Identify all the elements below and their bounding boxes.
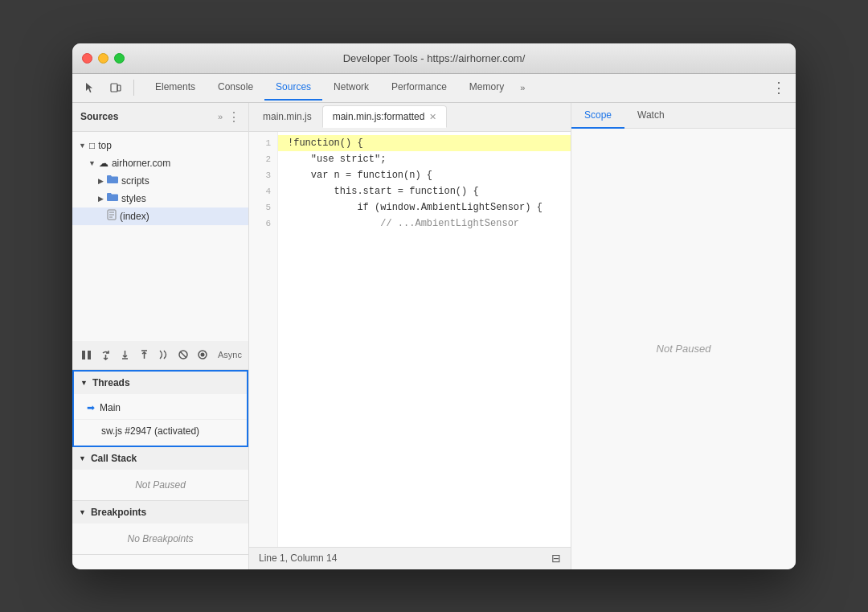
line-num-6: 6 [249,216,277,232]
sidebar-header: Sources » ⋮ [72,103,248,132]
folder-icon-styles [107,192,118,204]
debugger-toolbar: Async [72,341,248,370]
main-layout: Sources » ⋮ ▼ □ top ▼ ☁ airhorner.com [72,103,796,569]
tree-item-top[interactable]: ▼ □ top [72,137,248,154]
tree-label-scripts: scripts [121,175,149,187]
code-tab-close-icon[interactable]: ✕ [429,112,436,122]
step-into-button[interactable] [117,345,132,364]
devtools-tabs: Elements Console Sources Network Perform… [141,75,533,101]
status-bar: Line 1, Column 14 ⊟ [249,547,571,569]
tree-item-airhorner[interactable]: ▼ ☁ airhorner.com [72,154,248,172]
file-tree: ▼ □ top ▼ ☁ airhorner.com ▶ scripts [72,132,248,341]
line-num-2: 2 [249,151,277,167]
settings-icon[interactable]: ⋮ [768,79,789,97]
line-num-4: 4 [249,183,277,199]
threads-section: ▼ Threads ➡ Main sw.js #2947 (activated) [72,370,248,447]
call-stack-content: Not Paused [72,470,248,500]
window-title: Developer Tools - https://airhorner.com/ [343,52,526,64]
call-stack-header[interactable]: ▼ Call Stack [72,447,248,470]
right-panel-content: Not Paused [571,129,796,569]
minimize-button[interactable] [98,53,108,64]
more-tabs-button[interactable]: » [515,83,530,92]
svg-rect-6 [82,351,85,359]
tab-memory[interactable]: Memory [458,75,515,101]
tree-arrow-scripts: ▶ [98,177,104,185]
tree-arrow-airhorner: ▼ [88,159,96,167]
thread-item-sw[interactable]: sw.js #2947 (activated) [74,420,247,442]
line-num-5: 5 [249,199,277,216]
tree-arrow-top: ▼ [79,142,86,150]
code-line-3: var n = function(n) { [278,167,571,183]
device-icon[interactable] [104,76,127,99]
code-panel: main.min.js main.min.js:formatted ✕ 1 2 … [249,103,571,569]
file-icon-index [107,209,117,223]
tab-performance[interactable]: Performance [380,75,458,101]
tab-elements[interactable]: Elements [144,75,207,101]
traffic-lights [82,53,125,64]
sidebar-menu-icon[interactable]: ⋮ [227,109,240,125]
step-button[interactable] [157,345,171,364]
breakpoints-content: No Breakpoints [72,524,248,554]
title-bar: Developer Tools - https://airhorner.com/ [72,43,796,74]
record-button[interactable] [195,345,210,364]
code-tab-minjs-label: main.min.js [263,111,312,122]
tab-console[interactable]: Console [207,75,264,101]
breakpoints-title: Breakpoints [91,507,146,518]
folder-icon-scripts [107,175,118,187]
status-text: Line 1, Column 14 [259,552,337,564]
thread-sw-label: sw.js #2947 (activated) [101,425,199,437]
svg-point-13 [200,353,204,357]
svg-rect-0 [111,84,117,92]
tab-sources[interactable]: Sources [264,75,322,101]
tree-item-styles[interactable]: ▶ styles [72,190,248,207]
code-tab-minjs[interactable]: main.min.js [252,105,322,128]
main-toolbar: Elements Console Sources Network Perform… [72,74,796,103]
svg-rect-7 [88,351,91,359]
code-tab-formatted-label: main.min.js:formatted [333,111,425,122]
sidebar-more-icon[interactable]: » [218,112,223,121]
svg-line-11 [180,351,186,358]
tab-watch[interactable]: Watch [624,103,678,129]
tree-label-index: (index) [120,211,149,222]
toolbar-separator [133,80,134,96]
thread-item-main[interactable]: ➡ Main [74,397,247,420]
line-num-1: 1 [249,135,277,151]
async-checkbox-label: Async [218,350,242,359]
thread-main-label: Main [100,402,121,413]
thread-active-icon: ➡ [87,402,95,413]
tab-network[interactable]: Network [322,75,380,101]
close-button[interactable] [82,53,92,64]
step-over-button[interactable] [98,345,113,364]
tab-scope[interactable]: Scope [571,103,624,129]
threads-title: Threads [92,377,130,388]
deactivate-breakpoints-button[interactable] [176,345,190,364]
code-line-6: // ...AmbientLightSensor [278,216,571,232]
cursor-icon[interactable] [79,76,101,99]
pause-button[interactable] [79,345,93,364]
cloud-icon: ☁ [99,158,108,169]
svg-rect-1 [117,85,121,91]
status-dropdown-icon[interactable]: ⊟ [551,552,561,565]
bottom-panels: ▼ Threads ➡ Main sw.js #2947 (activated) [72,370,248,569]
tree-arrow-styles: ▶ [98,195,104,203]
step-out-button[interactable] [137,345,151,364]
call-stack-not-paused: Not Paused [72,473,248,497]
threads-arrow-icon: ▼ [80,379,88,387]
right-tabs: Scope Watch [571,103,796,129]
no-breakpoints-text: No Breakpoints [72,527,248,551]
threads-content: ➡ Main sw.js #2947 (activated) [74,394,247,446]
threads-header[interactable]: ▼ Threads [74,372,247,394]
sidebar-title: Sources [80,111,218,122]
code-line-4: this.start = function() { [278,183,571,199]
tree-item-index[interactable]: ▶ (index) [72,207,248,225]
code-lines: !function() { "use strict"; var n = func… [278,132,571,547]
call-stack-section: ▼ Call Stack Not Paused [72,447,248,501]
tree-item-scripts[interactable]: ▶ scripts [72,172,248,190]
code-tab-formatted[interactable]: main.min.js:formatted ✕ [322,105,448,128]
breakpoints-header[interactable]: ▼ Breakpoints [72,501,248,524]
line-numbers: 1 2 3 4 5 6 [249,132,278,547]
devtools-window: Developer Tools - https://airhorner.com/… [72,43,796,569]
folder-icon-top: □ [89,140,95,151]
maximize-button[interactable] [114,53,125,64]
sidebar: Sources » ⋮ ▼ □ top ▼ ☁ airhorner.com [72,103,249,569]
